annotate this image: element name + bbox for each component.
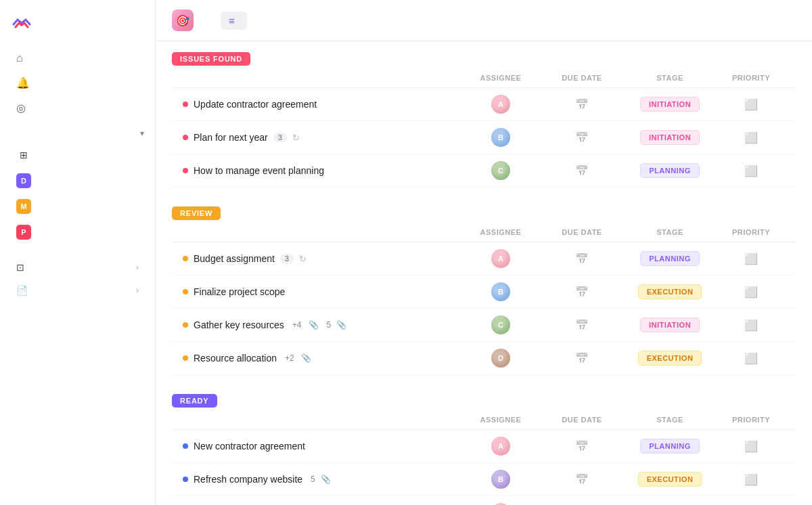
- clickup-logo-icon: [11, 11, 32, 32]
- section-badge-review: REVIEW: [172, 206, 221, 220]
- priority-cell: ⬜: [717, 319, 785, 332]
- table-header-review: ASSIGNEEDUE DATESTAGEPRIORITY: [172, 223, 796, 242]
- section-badge-row-issues: ISSUES FOUND: [172, 52, 796, 66]
- stage-cell[interactable]: EXECUTION: [623, 284, 717, 299]
- stage-cell[interactable]: PLANNING: [623, 251, 717, 266]
- table-row[interactable]: Budget assignment3↻A📅PLANNING⬜: [172, 242, 796, 276]
- assignee-cell: D: [460, 349, 541, 368]
- priority-icon: ⬜: [744, 440, 758, 453]
- table-row[interactable]: Update contractor agreementA📅INITIATION⬜: [172, 88, 796, 121]
- sidebar-item-dashboards[interactable]: ⊡ ›: [5, 256, 150, 279]
- list-view-tab[interactable]: ≡: [221, 12, 247, 30]
- stage-cell[interactable]: EXECUTION: [623, 472, 717, 487]
- avatar: B: [491, 470, 510, 489]
- calendar-icon: 📅: [575, 252, 589, 265]
- col-header-due-date: DUE DATE: [541, 74, 623, 82]
- stage-cell[interactable]: INITIATION: [623, 317, 717, 332]
- attach-count: 5: [311, 475, 315, 484]
- assignee-cell: A: [460, 437, 541, 456]
- task-status-dot: [183, 256, 188, 261]
- priority-icon: ⬜: [744, 131, 758, 144]
- goals-icon: ◎: [16, 102, 26, 114]
- priority-cell: ⬜: [717, 131, 785, 144]
- table-row[interactable]: New contractor agreementA📅PLANNING⬜: [172, 430, 796, 463]
- col-header-priority: PRIORITY: [717, 416, 785, 424]
- table-row[interactable]: Resource allocation+2📎D📅EXECUTION⬜: [172, 342, 796, 375]
- assignee-cell: A: [460, 249, 541, 268]
- task-name-text: Update contractor agreement: [194, 99, 317, 110]
- calendar-icon: 📅: [575, 131, 589, 144]
- spaces-section-header[interactable]: ▾: [0, 120, 155, 142]
- calendar-icon: 📅: [575, 98, 589, 111]
- section-issues: ISSUES FOUNDASSIGNEEDUE DATESTAGEPRIORIT…: [172, 52, 796, 188]
- col-header-name: [183, 416, 460, 424]
- due-date-cell: 📅: [541, 131, 623, 144]
- stage-badge: INITIATION: [640, 130, 700, 145]
- everything-icon: ⊞: [16, 148, 31, 162]
- sidebar-item-product[interactable]: P: [5, 219, 150, 245]
- sidebar-item-development[interactable]: D: [5, 168, 150, 194]
- priority-icon: ⬜: [744, 164, 758, 177]
- table-row[interactable]: How to manage event planningC📅PLANNING⬜: [172, 154, 796, 188]
- sidebar-item-everything[interactable]: ⊞: [5, 142, 150, 168]
- col-header-priority: PRIORITY: [717, 74, 785, 82]
- calendar-icon: 📅: [575, 164, 589, 177]
- table-header-issues: ASSIGNEEDUE DATESTAGEPRIORITY: [172, 68, 796, 88]
- sidebar-item-docs[interactable]: 📄 ›: [5, 279, 150, 302]
- task-count-badge: 3: [273, 133, 287, 142]
- priority-icon: ⬜: [744, 319, 758, 332]
- content-area: ISSUES FOUNDASSIGNEEDUE DATESTAGEPRIORIT…: [156, 41, 812, 505]
- sidebar-item-home[interactable]: ⌂: [5, 46, 150, 70]
- chevron-right-icon-docs: ›: [136, 286, 139, 295]
- top-bar: 🎯 ≡: [156, 0, 812, 41]
- table-row[interactable]: Gather key resources+4📎5📎C📅INITIATION⬜: [172, 309, 796, 342]
- logo: [0, 11, 155, 46]
- sidebar-item-goals[interactable]: ◎: [5, 95, 150, 120]
- priority-cell: ⬜: [717, 164, 785, 177]
- stage-cell[interactable]: PLANNING: [623, 439, 717, 454]
- docs-icon: 📄: [16, 285, 28, 296]
- table-row[interactable]: Plan for next year3↻B📅INITIATION⬜: [172, 121, 796, 154]
- refresh-icon[interactable]: ↻: [299, 254, 307, 264]
- table-row[interactable]: Update key objectives5📎C📅EXECUTION⬜: [172, 496, 796, 505]
- task-name-cell: Resource allocation+2📎: [183, 353, 460, 364]
- task-name-cell: Gather key resources+4📎5📎: [183, 320, 460, 330]
- avatar: C: [491, 315, 510, 334]
- due-date-cell: 📅: [541, 440, 623, 453]
- col-header-assignee: ASSIGNEE: [460, 228, 541, 236]
- avatar: B: [491, 282, 510, 301]
- stage-cell[interactable]: EXECUTION: [623, 351, 717, 366]
- stage-badge: INITIATION: [640, 317, 700, 332]
- home-icon: ⌂: [16, 52, 23, 64]
- task-status-dot: [183, 322, 188, 328]
- stage-badge: PLANNING: [640, 439, 699, 454]
- table-row[interactable]: Refresh company website5📎B📅EXECUTION⬜: [172, 463, 796, 496]
- stage-badge: EXECUTION: [638, 284, 702, 299]
- due-date-cell: 📅: [541, 252, 623, 265]
- stage-cell[interactable]: INITIATION: [623, 130, 717, 145]
- task-name-text: Resource allocation: [194, 353, 277, 364]
- section-badge-row-review: REVIEW: [172, 206, 796, 220]
- col-header-stage: STAGE: [623, 416, 717, 424]
- task-status-dot: [183, 443, 188, 449]
- section-review: REVIEWASSIGNEEDUE DATESTAGEPRIORITYBudge…: [172, 206, 796, 375]
- attachment-icon: 📎: [321, 475, 331, 484]
- stage-cell[interactable]: PLANNING: [623, 163, 717, 178]
- priority-cell: ⬜: [717, 473, 785, 486]
- paperclip-icon: 📎: [301, 353, 311, 363]
- stage-cell[interactable]: INITIATION: [623, 97, 717, 112]
- due-date-cell: 📅: [541, 319, 623, 332]
- task-name-cell: Budget assignment3↻: [183, 253, 460, 264]
- task-count-badge: 3: [280, 254, 294, 263]
- table-row[interactable]: Finalize project scopeB📅EXECUTION⬜: [172, 276, 796, 309]
- task-extra-count: +4: [292, 320, 302, 330]
- avatar: A: [491, 249, 510, 268]
- col-header-assignee: ASSIGNEE: [460, 416, 541, 424]
- sidebar-item-marketing[interactable]: M: [5, 194, 150, 219]
- table-header-ready: ASSIGNEEDUE DATESTAGEPRIORITY: [172, 410, 796, 430]
- task-status-dot: [183, 477, 188, 482]
- sidebar-item-notifications[interactable]: 🔔: [5, 70, 150, 95]
- refresh-icon[interactable]: ↻: [292, 133, 300, 143]
- priority-icon: ⬜: [744, 98, 758, 111]
- chevron-down-icon: ▾: [140, 129, 144, 138]
